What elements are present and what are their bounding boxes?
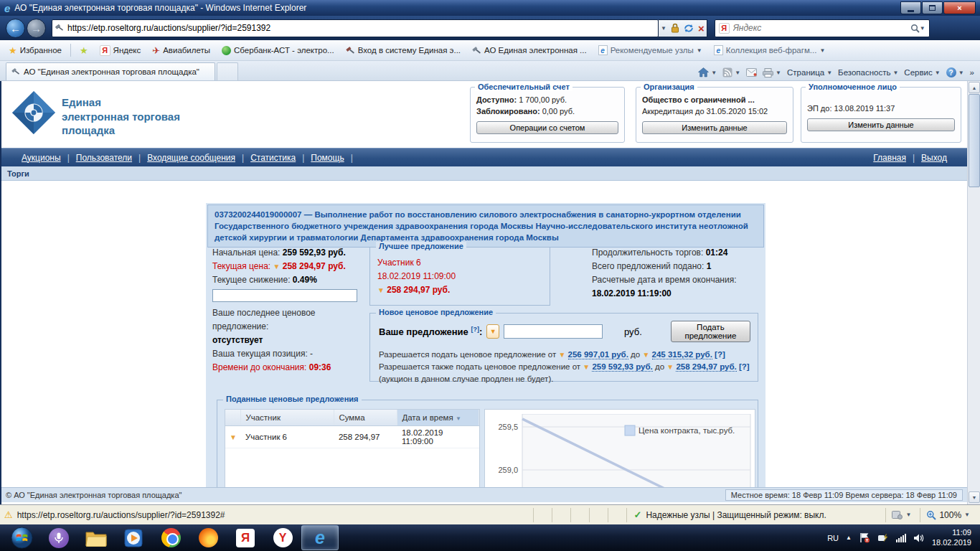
back-button[interactable]: ← bbox=[6, 19, 25, 38]
authorized-person-box-title: Уполномоченное лицо bbox=[806, 83, 900, 91]
organization-edit-button[interactable]: Изменить данные bbox=[642, 121, 787, 134]
nav-item-users[interactable]: Пользователи bbox=[76, 153, 132, 163]
start-button[interactable] bbox=[3, 525, 40, 550]
search-dropdown-icon[interactable]: ▼ bbox=[920, 25, 925, 32]
rule-from-link[interactable]: 259 592,93 руб. bbox=[592, 362, 652, 372]
price-progress-field[interactable] bbox=[212, 289, 357, 302]
status-cell bbox=[589, 508, 605, 522]
refresh-icon[interactable] bbox=[684, 24, 694, 33]
page-menu[interactable]: Страница ▼ bbox=[787, 68, 832, 77]
stop-icon[interactable]: × bbox=[698, 23, 705, 34]
favorites-item-label: Коллекция веб-фрагм... bbox=[726, 46, 817, 55]
address-field[interactable]: https://etp.roseltorg.ru/auctions/suppli… bbox=[52, 19, 659, 37]
action-center-flag-icon[interactable] bbox=[859, 532, 870, 543]
search-box[interactable]: Я ▼ bbox=[715, 19, 930, 37]
taskbar-firefox[interactable] bbox=[189, 525, 227, 550]
favorites-item-label: АО Единая электронная ... bbox=[484, 46, 587, 55]
rule-to-link[interactable]: 245 315,32 руб. bbox=[652, 350, 712, 359]
nav-item-logout[interactable]: Выход bbox=[921, 153, 947, 163]
add-favorite-button[interactable]: ★ bbox=[75, 44, 93, 57]
favorites-item-yandex[interactable]: Я Яндекс bbox=[95, 44, 146, 57]
new-bid-row: Ваше предложение [?]: ▼ руб. Подать пред… bbox=[379, 321, 750, 342]
deposit-available: Доступно: 1 700,00 руб. bbox=[476, 95, 618, 106]
bid-suggest-button[interactable]: ▼ bbox=[486, 324, 499, 339]
bid-amount-cell: 258 294,97 bbox=[334, 425, 397, 448]
language-indicator[interactable]: RU bbox=[827, 534, 839, 542]
taskbar-file-explorer[interactable] bbox=[77, 525, 115, 550]
address-dropdown-icon[interactable]: ▼ bbox=[661, 25, 666, 32]
page-menu-label: Страница bbox=[787, 68, 824, 77]
bids-col-datetime[interactable]: Дата и время ▼ bbox=[397, 410, 479, 425]
compatibility-button[interactable]: ▼ bbox=[886, 510, 917, 519]
bids-col-amount[interactable]: Сумма bbox=[334, 410, 397, 425]
main-navigation: Аукционы| Пользователи| Входящие сообщен… bbox=[1, 148, 967, 166]
favorites-item-label: Авиабилеты bbox=[163, 46, 210, 55]
nav-item-messages[interactable]: Входящие сообщения bbox=[147, 153, 235, 163]
rule-from-link[interactable]: 256 997,01 руб. bbox=[568, 350, 628, 359]
close-button[interactable]: × bbox=[943, 1, 976, 14]
scroll-up-button[interactable]: ▲ bbox=[969, 82, 980, 93]
feeds-button[interactable]: ▼ bbox=[722, 67, 740, 77]
bids-table-header-row: Участник Сумма Дата и время ▼ bbox=[225, 410, 479, 425]
taskbar-chrome[interactable] bbox=[152, 525, 189, 550]
taskbar-media-player[interactable] bbox=[115, 525, 152, 550]
taskbar-yandex-app[interactable]: Я bbox=[227, 525, 264, 550]
rule-help-link[interactable]: [?] bbox=[715, 350, 725, 359]
favorites-item-login[interactable]: Вход в систему Единая э... bbox=[341, 44, 465, 57]
forward-button[interactable]: → bbox=[27, 19, 46, 38]
nav-item-statistics[interactable]: Статистика bbox=[250, 153, 296, 163]
rule-to-link[interactable]: 258 294,97 руб. bbox=[676, 362, 736, 372]
restore-button[interactable] bbox=[922, 1, 943, 14]
bid-amount-input[interactable] bbox=[504, 324, 603, 339]
tray-expand-icon[interactable]: ▲ bbox=[846, 534, 852, 541]
print-button[interactable]: ▼ bbox=[763, 68, 781, 77]
scroll-down-button[interactable]: ▼ bbox=[969, 491, 980, 503]
help-menu[interactable]: ? ▼ bbox=[946, 67, 964, 77]
taskbar-yandex-browser[interactable]: Y bbox=[264, 525, 301, 550]
security-lock-icon[interactable] bbox=[671, 23, 679, 33]
nav-item-auctions[interactable]: Аукционы bbox=[22, 153, 61, 163]
favorites-item-suggested[interactable]: e Рекомендуемые узлы ▼ bbox=[594, 44, 707, 57]
bid-help-link[interactable]: [?] bbox=[471, 326, 479, 333]
taskbar-internet-explorer[interactable]: e bbox=[301, 525, 339, 550]
favorites-label: Избранное bbox=[20, 46, 62, 55]
zoom-control[interactable]: 100% ▼ bbox=[920, 510, 976, 520]
nav-item-help[interactable]: Помощь bbox=[311, 153, 344, 163]
price-summary: Начальная цена: 259 592,93 руб. Текущая … bbox=[212, 246, 364, 375]
account-operations-button[interactable]: Операции со счетом bbox=[476, 121, 618, 134]
section-bar: Торги bbox=[1, 166, 967, 181]
active-tab[interactable]: АО "Единая электронная торговая площадка… bbox=[6, 62, 215, 80]
chevron-down-icon: ▼ bbox=[958, 70, 964, 76]
table-row[interactable]: ▼ Участник 6 258 294,97 18.02.2019 11:09… bbox=[225, 425, 479, 448]
read-mail-button[interactable] bbox=[746, 68, 757, 77]
taskbar-voice-app[interactable] bbox=[40, 525, 77, 550]
favorites-item-sberbank[interactable]: Сбербанк-АСТ - электро... bbox=[217, 44, 339, 57]
scrollbar-thumb[interactable] bbox=[969, 94, 980, 187]
bids-col-participant[interactable]: Участник bbox=[241, 410, 334, 425]
volume-icon[interactable] bbox=[913, 533, 925, 543]
favorites-item-etp[interactable]: АО Единая электронная ... bbox=[468, 44, 591, 57]
nav-item-home[interactable]: Главная bbox=[873, 153, 906, 163]
search-magnifier-icon[interactable] bbox=[910, 24, 920, 33]
rule-help-link[interactable]: [?] bbox=[739, 362, 750, 371]
command-overflow-button[interactable]: » bbox=[970, 68, 974, 77]
person-edit-button[interactable]: Изменить данные bbox=[807, 118, 955, 131]
new-tab-stub[interactable] bbox=[217, 62, 238, 80]
power-plug-icon[interactable] bbox=[877, 532, 889, 543]
svg-text:Цена контракта, тыс.руб.: Цена контракта, тыс.руб. bbox=[639, 426, 735, 435]
security-menu[interactable]: Безопасность ▼ bbox=[838, 68, 898, 77]
zoom-magnifier-icon bbox=[926, 510, 936, 520]
favorites-button[interactable]: ★ Избранное bbox=[4, 44, 66, 57]
home-button[interactable]: ▼ bbox=[698, 67, 717, 77]
favorites-item-webslices[interactable]: e Коллекция веб-фрагм... ▼ bbox=[710, 44, 830, 57]
minimize-button[interactable] bbox=[900, 1, 921, 14]
search-input[interactable] bbox=[733, 23, 910, 33]
tools-menu[interactable]: Сервис ▼ bbox=[904, 68, 940, 77]
favorites-item-avia[interactable]: ✈ Авиабилеты bbox=[148, 44, 215, 57]
network-signal-icon[interactable] bbox=[896, 534, 906, 542]
submitted-bids-title: Поданные ценовые предложения bbox=[223, 395, 362, 403]
vertical-scrollbar[interactable]: ▲ ▼ bbox=[967, 81, 980, 504]
submit-bid-button[interactable]: Подать предложение bbox=[671, 321, 750, 342]
divider: | bbox=[138, 153, 141, 163]
taskbar-clock[interactable]: 11:09 18.02.2019 bbox=[932, 528, 971, 548]
